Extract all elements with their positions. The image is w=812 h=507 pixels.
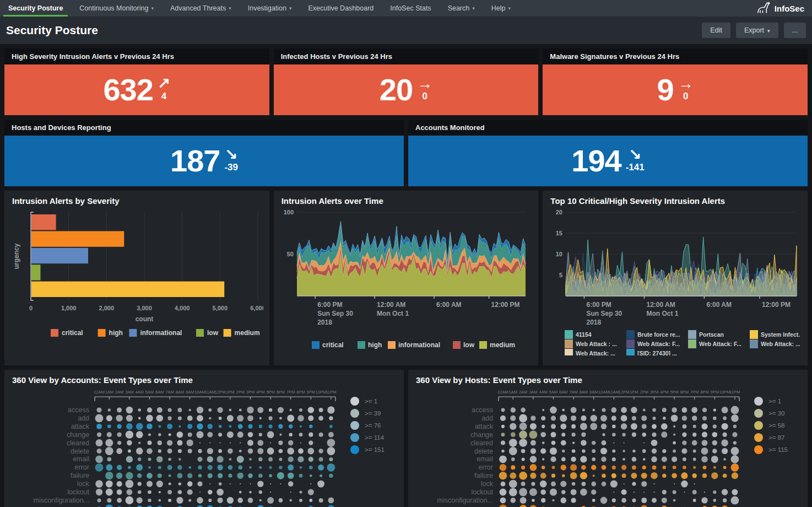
legend-item-1[interactable]: >= 1: [754, 397, 781, 406]
punch-dot: [692, 440, 697, 446]
edit-button[interactable]: Edit: [702, 23, 730, 38]
punch-dot: [622, 458, 625, 461]
punch-dot: [613, 492, 614, 493]
punch-dot: [611, 473, 616, 478]
legend-item-Web Attack: F...[interactable]: Web Attack: F...: [688, 339, 741, 348]
legend-item-87[interactable]: >= 87: [754, 433, 784, 442]
legend-item-medium[interactable]: medium: [479, 341, 515, 349]
legend-item-39[interactable]: >= 39: [350, 409, 381, 418]
punch-dot: [540, 473, 546, 479]
kpi-panel-malware-signatures-v-previous-: Malware Signatures v Previous 24 Hrs9→0: [543, 48, 808, 115]
legend-item-critical[interactable]: critical: [312, 341, 344, 349]
punch-dot: [227, 497, 234, 504]
kpi-value-area[interactable]: 187↘-39: [4, 136, 404, 186]
punch-dot: [227, 432, 234, 438]
punch-dot: [550, 456, 556, 462]
punch-dot: [542, 441, 545, 444]
legend-item-critical[interactable]: critical: [51, 329, 83, 337]
kpi-panel-high-severity-intrusion-alerts: High Severity Intrusion Alerts v Previou…: [4, 48, 269, 115]
punch-dot: [519, 505, 527, 507]
nav-item-search[interactable]: Search▾: [440, 0, 483, 17]
punch-dot: [612, 498, 616, 502]
kpi-title: Infected Hosts v Previous 24 Hrs: [274, 48, 539, 64]
punch-dot: [307, 448, 314, 455]
legend-item-30[interactable]: >= 30: [754, 409, 784, 418]
axis-label: lockout: [471, 488, 493, 496]
axis-label: 12PM: [215, 390, 226, 395]
bar-medium[interactable]: [31, 282, 224, 297]
export-button[interactable]: Export▾: [736, 23, 778, 38]
punch-dot: [683, 457, 686, 461]
nav-item-help[interactable]: Help▾: [483, 0, 519, 17]
legend-item-informational[interactable]: informational: [129, 329, 182, 337]
legend-item-medium[interactable]: medium: [224, 329, 260, 337]
nav-item-continuous-monitoring[interactable]: Continuous Monitoring▾: [71, 0, 162, 17]
punch-dot: [169, 483, 171, 486]
punch-dot: [592, 449, 596, 453]
legend-item-115[interactable]: >= 115: [754, 445, 788, 454]
nav-item-advanced-threats[interactable]: Advanced Threats▾: [162, 0, 240, 17]
nav-item-executive-dashboard[interactable]: Executive Dashboard: [300, 0, 382, 17]
legend-item-Web Attack : ...[interactable]: Web Attack : ...: [565, 339, 617, 348]
punch-dot: [702, 440, 708, 446]
axis-label: 15: [556, 230, 562, 236]
legend-item-Web Attack: ...[interactable]: Web Attack: ...: [565, 349, 615, 355]
kpi-delta: -141: [626, 163, 645, 172]
legend-item-41154[interactable]: 41154: [565, 330, 592, 339]
legend-item-Web Attack: ...[interactable]: Web Attack: ...: [750, 339, 800, 348]
hosts-punchcard-chart[interactable]: 12AM1AM2AM3AM4AM5AM6AM7AM8AM9AM10AM11AM1…: [416, 387, 801, 507]
punch-dot: [501, 482, 506, 487]
punch-dot: [731, 406, 739, 414]
punch-dot: [158, 449, 161, 452]
bar-informational[interactable]: [31, 248, 88, 263]
axis-label: 7AM: [165, 390, 174, 395]
legend-item-Web Attack: F...[interactable]: Web Attack: F...: [626, 339, 680, 348]
axis-label: 6AM: [155, 390, 164, 395]
kpi-value-area[interactable]: 632↗4: [4, 64, 269, 115]
axis-label: 10AM: [598, 390, 609, 395]
legend-item-informational[interactable]: informational: [388, 341, 440, 349]
punch-dot: [237, 456, 244, 463]
more-button[interactable]: ...: [784, 23, 806, 38]
kpi-value-area[interactable]: 194↘-141: [408, 136, 808, 186]
punch-dot: [602, 482, 607, 487]
punch-dot: [713, 466, 716, 469]
legend-item-[SID: 27430] ...[interactable]: [SID: 27430] ...: [626, 349, 677, 355]
legend-item-1[interactable]: >= 1: [350, 397, 377, 406]
punch-dot: [592, 499, 596, 502]
legend-item-high[interactable]: high: [98, 329, 123, 337]
severity-bar-chart[interactable]: urgency01,0002,0003,0004,0005,0006,000co…: [12, 208, 263, 355]
legend-item-76[interactable]: >= 76: [350, 421, 381, 430]
accounts-punchcard-chart[interactable]: 12AM1AM2AM3AM4AM5AM6AM7AM8AM9AM10AM11AM1…: [12, 387, 397, 507]
punch-dot: [147, 481, 153, 487]
punch-dot: [177, 465, 182, 470]
axis-label: 5AM: [549, 390, 557, 395]
bar-critical[interactable]: [31, 214, 56, 230]
legend-item-114[interactable]: >= 114: [350, 433, 385, 442]
legend-item-low[interactable]: low: [453, 341, 475, 349]
kpi-value-area[interactable]: 20→0: [274, 64, 539, 115]
punch-dot: [178, 425, 181, 428]
legend-item-Portscan[interactable]: Portscan: [688, 330, 724, 339]
legend-item-high[interactable]: high: [358, 341, 382, 349]
punch-dot: [218, 433, 222, 436]
legend-item-58[interactable]: >= 58: [754, 421, 784, 430]
bar-high[interactable]: [31, 231, 124, 246]
page-header: Security Posture Edit Export▾ ...: [0, 17, 812, 44]
bar-low[interactable]: [31, 265, 40, 280]
alerts-over-time-chart[interactable]: 501006:00 PMSun Sep 30201812:00 AMMon Oc…: [282, 208, 529, 355]
legend-item-Brute force re...[interactable]: Brute force re...: [626, 330, 680, 339]
legend-item-low[interactable]: low: [196, 329, 219, 337]
alerts-over-time-panel: Intrusion Alerts over Time 501006:00 PMS…: [274, 191, 539, 365]
top10-alerts-chart[interactable]: 51015206:00 PMSun Sep 30201812:00 AMMon …: [550, 208, 800, 355]
punch-dot: [218, 465, 223, 470]
punch-dot: [631, 407, 637, 413]
nav-item-security-posture[interactable]: Security Posture: [0, 0, 71, 17]
nav-item-investigation[interactable]: Investigation▾: [240, 0, 300, 17]
axis-label: 41154: [576, 331, 592, 338]
legend-item-System Infect...[interactable]: System Infect...: [750, 330, 800, 339]
legend-item-151[interactable]: >= 151: [350, 445, 385, 454]
kpi-value-area[interactable]: 9→0: [543, 64, 808, 115]
punch-dot: [572, 482, 576, 486]
nav-item-infosec-stats[interactable]: InfoSec Stats: [382, 0, 439, 17]
